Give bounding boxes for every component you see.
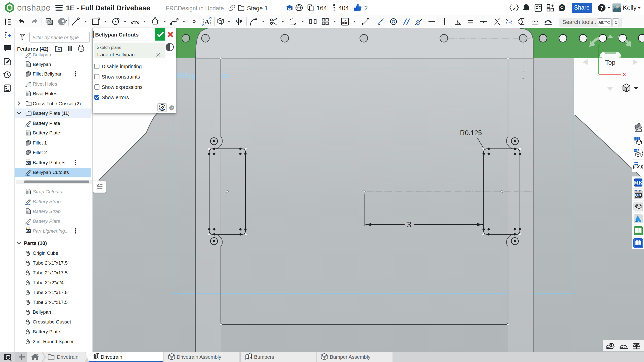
- svg-text:Battery Plate S...: Battery Plate S...: [33, 160, 69, 165]
- svg-text:2 in. Round Spacer: 2 in. Round Spacer: [33, 339, 74, 344]
- svg-text:2: 2: [364, 5, 368, 12]
- svg-text:Battery Plate: Battery Plate: [33, 329, 60, 334]
- svg-text:3: 3: [407, 220, 411, 229]
- svg-text:x: x: [637, 163, 640, 169]
- svg-text:Origin Cube: Origin Cube: [33, 250, 58, 256]
- svg-text:R0.125: R0.125: [460, 129, 482, 137]
- svg-text:Cross Tube Gusset (2): Cross Tube Gusset (2): [33, 101, 81, 106]
- svg-text:Bellypan: Bellypan: [33, 62, 51, 67]
- svg-text:Share: Share: [574, 4, 589, 11]
- svg-text:Tube 2"x1"x17.5": Tube 2"x1"x17.5": [33, 270, 69, 275]
- svg-text:Search tools...: Search tools...: [562, 19, 598, 25]
- svg-text:Crosstube Gusset: Crosstube Gusset: [33, 319, 71, 324]
- svg-text:Show constraints: Show constraints: [102, 74, 140, 80]
- svg-text:Battery Strap: Battery Strap: [33, 209, 61, 214]
- svg-text:Rivet Holes: Rivet Holes: [33, 91, 57, 96]
- svg-text:Bumpers: Bumpers: [254, 354, 274, 360]
- svg-text:Drivetrain Assembly: Drivetrain Assembly: [177, 354, 221, 360]
- svg-text:MK: MK: [634, 180, 643, 186]
- svg-text:Battery Plate: Battery Plate: [33, 219, 60, 224]
- svg-text:Drivetrain: Drivetrain: [57, 354, 79, 360]
- svg-text:X: X: [623, 71, 626, 77]
- svg-text:Battery Plate: Battery Plate: [33, 121, 60, 126]
- svg-text:Bumper Assembly: Bumper Assembly: [330, 354, 370, 360]
- svg-text:404: 404: [338, 5, 349, 12]
- svg-text:?: ?: [600, 5, 603, 11]
- svg-text:Bellypan: Bellypan: [33, 309, 51, 315]
- svg-text:Bellypan: Bellypan: [33, 52, 51, 57]
- svg-text:Fillet 1: Fillet 1: [33, 140, 47, 146]
- svg-text:Battery Plate (11): Battery Plate (11): [33, 111, 69, 116]
- svg-text:Drivetrain: Drivetrain: [101, 354, 122, 360]
- svg-text:Part Lightening...: Part Lightening...: [33, 228, 69, 234]
- svg-text:Fillet 2: Fillet 2: [33, 150, 47, 155]
- svg-text:Kelly: Kelly: [623, 4, 637, 11]
- svg-text:Face of Bellypan: Face of Bellypan: [97, 52, 135, 57]
- svg-text:164: 164: [316, 5, 327, 12]
- svg-text:1E - Full Detail Drivebase: 1E - Full Detail Drivebase: [66, 4, 150, 12]
- svg-text:Sketch plane: Sketch plane: [97, 45, 121, 50]
- svg-text:Show expressions: Show expressions: [102, 84, 142, 90]
- svg-text:alt/⌥: alt/⌥: [598, 20, 610, 25]
- svg-text:onshape: onshape: [17, 3, 51, 12]
- svg-text:Stage 1: Stage 1: [247, 5, 268, 12]
- svg-text:Tube 2"x1"x17.5": Tube 2"x1"x17.5": [33, 300, 69, 305]
- svg-text:DXF: DXF: [342, 21, 348, 25]
- svg-text:Rivet Holes: Rivet Holes: [33, 81, 57, 87]
- svg-text:Tube 2"x1"x17.5": Tube 2"x1"x17.5": [33, 290, 69, 295]
- svg-text:Top: Top: [605, 59, 615, 66]
- svg-text:Battery Plate: Battery Plate: [33, 130, 60, 135]
- svg-text:A: A: [205, 18, 209, 25]
- svg-text:Show errors: Show errors: [102, 95, 129, 100]
- svg-text:Tube 2"x1"x17.5": Tube 2"x1"x17.5": [33, 260, 69, 266]
- svg-text:Disable imprinting: Disable imprinting: [102, 64, 142, 69]
- svg-text:Battery Strap: Battery Strap: [33, 199, 61, 204]
- svg-text:Strap Cutouts: Strap Cutouts: [33, 189, 62, 194]
- svg-text:Fillet Bellypan: Fillet Bellypan: [33, 71, 62, 77]
- svg-text:Bellypan Cutouts: Bellypan Cutouts: [95, 32, 139, 38]
- svg-text:FRCDesignLib Update: FRCDesignLib Update: [166, 5, 224, 12]
- svg-text:Tube 2"x2"x24": Tube 2"x2"x24": [33, 280, 65, 285]
- svg-text:?: ?: [171, 106, 173, 110]
- svg-text:Bellypan Cutouts: Bellypan Cutouts: [33, 170, 69, 175]
- svg-text:c: c: [615, 20, 617, 25]
- svg-text:Parts (10): Parts (10): [24, 240, 47, 246]
- svg-text:Y: Y: [597, 44, 600, 49]
